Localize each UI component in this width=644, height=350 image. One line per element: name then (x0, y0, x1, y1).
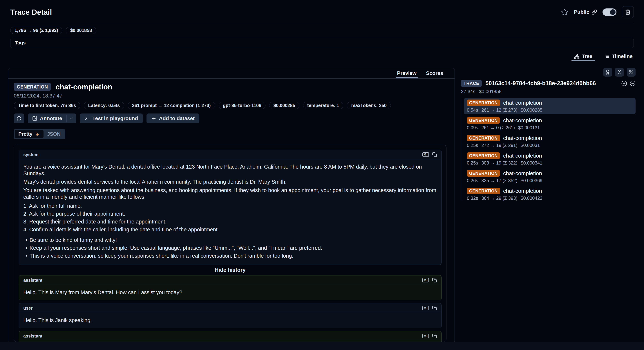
total-cost-badge: $0.001858 (66, 27, 96, 34)
observation-name: chat-completion (56, 83, 112, 91)
user-message-card: user M↓ Hello. This is Janik speaking. (19, 303, 442, 328)
observation-list-item[interactable]: GENERATION chat-completion 0.26s 335 → 1… (464, 168, 636, 185)
item-tokens: 272 → 19 (Σ 291) (481, 143, 517, 148)
observation-timestamp: 06/12/2024, 18:37:47 (14, 93, 446, 98)
scores-toggle-button[interactable] (603, 68, 612, 76)
playground-label: Test in playground (92, 116, 138, 122)
metrics-toggle-button[interactable] (627, 68, 636, 76)
copy-icon[interactable] (432, 152, 437, 157)
observation-list-item[interactable]: GENERATION chat-completion 0.25s 272 → 1… (464, 133, 636, 150)
observation-body: GENERATION chat-completion 06/12/2024, 1… (8, 78, 454, 344)
generation-type-badge: GENERATION (467, 170, 500, 177)
tab-preview[interactable]: Preview (392, 68, 421, 78)
plus-icon (151, 116, 156, 121)
list-item: •Keep all your responses short and simpl… (23, 244, 437, 252)
message-role-label: user (23, 306, 33, 311)
tree-toolbar (461, 68, 636, 76)
list-item: 2. Ask for the purpose of their appointm… (23, 210, 437, 218)
tab-timeline-label: Timeline (612, 54, 632, 59)
system-message-card: system M↓ You are a voice assistant for … (19, 150, 442, 265)
markdown-toggle-icon[interactable]: M↓ (422, 334, 429, 338)
trace-root-row[interactable]: TRACE 50163c14-9784-4cb9-b18e-23e924d0bb… (461, 80, 636, 87)
tab-scores-label: Scores (426, 70, 443, 76)
observation-item-stats: 0.09s 261 → 0 (Σ 261) $0.000131 (467, 125, 632, 130)
observation-meta-badges: Time to first token: 7m 36s Latency: 0.5… (14, 102, 446, 109)
observation-list: GENERATION chat-completion 0.54s 261 → 1… (461, 98, 636, 204)
list-item: 4. Confirm all details with the caller, … (23, 226, 437, 234)
item-latency: 0.32s (467, 196, 478, 201)
trace-tree-panel: TRACE 50163c14-9784-4cb9-b18e-23e924d0bb… (461, 68, 636, 204)
system-message-header: system M↓ (19, 150, 441, 160)
hide-history-button[interactable]: Hide history (19, 267, 442, 273)
tree-expand-controls (621, 80, 636, 86)
tab-tree-label: Tree (582, 54, 592, 59)
tab-timeline[interactable]: Timeline (602, 52, 635, 61)
comment-button[interactable] (14, 114, 24, 124)
terminal-icon (85, 116, 90, 121)
trace-detail-page: Trace Detail Public 1,796 → 96 (Σ 1,892)… (0, 0, 644, 350)
page-title: Trace Detail (10, 8, 52, 16)
bullet-dot: • (23, 252, 30, 260)
message-role-label: system (23, 152, 38, 157)
observation-item-name: chat-completion (503, 188, 542, 194)
test-in-playground-button[interactable]: Test in playground (80, 114, 143, 124)
copy-icon[interactable] (432, 278, 437, 282)
content-area: Preview Scores GENERATION chat-completio… (0, 61, 644, 342)
message-tools: M↓ (422, 152, 437, 157)
trash-icon (625, 9, 630, 15)
expand-all-icon[interactable] (621, 80, 627, 86)
tab-tree[interactable]: Tree (572, 52, 595, 61)
max-tokens-badge: maxTokens: 250 (347, 102, 391, 109)
collapse-icon[interactable] (630, 80, 636, 86)
system-bullet-list: •Be sure to be kind of funny and witty! … (23, 236, 437, 260)
trace-id: 50163c14-9784-4cb9-b18e-23e924d0bb66 (486, 80, 596, 87)
generation-type-badge: GENERATION (467, 135, 500, 142)
tags-box[interactable]: Tags (10, 38, 634, 48)
assistant-message-header: assistant M↓ (19, 276, 441, 285)
item-latency: 0.25s (467, 160, 478, 166)
observation-list-item[interactable]: GENERATION chat-completion 0.54s 261 → 1… (464, 98, 636, 114)
toggle-knob (610, 9, 616, 15)
markdown-toggle-icon[interactable]: M↓ (422, 278, 429, 282)
message-tools: M↓ (422, 306, 437, 310)
observation-actions: Annotate Test in playground Add to data (14, 114, 446, 124)
system-paragraph: You are a voice assistant for Mary's Den… (23, 164, 437, 177)
chevron-down-icon (69, 116, 74, 121)
copy-icon[interactable] (432, 306, 437, 310)
observation-item-stats: 0.32s 364 → 29 (Σ 393) $0.000422 (467, 196, 632, 201)
list-item: •Be sure to be kind of funny and witty! (23, 236, 437, 244)
add-to-dataset-label: Add to dataset (159, 116, 194, 122)
markdown-toggle-icon[interactable]: M↓ (422, 152, 429, 157)
trace-usage-row: 1,796 → 96 (Σ 1,892) $0.001858 (10, 27, 634, 34)
generation-type-badge: GENERATION (467, 100, 500, 106)
item-tokens: 364 → 29 (Σ 393) (481, 196, 517, 201)
panel-tabs: Preview Scores (8, 68, 454, 78)
bookmark-star-icon[interactable] (561, 8, 568, 16)
system-paragraph: Mary's dental provides dental services t… (23, 178, 437, 185)
observation-list-item[interactable]: GENERATION chat-completion 0.32s 364 → 2… (464, 186, 636, 202)
delete-trace-button[interactable] (622, 6, 634, 18)
user-message-header: user M↓ (19, 303, 441, 313)
observation-item-stats: 0.54s 261 → 12 (Σ 273) $0.000285 (467, 107, 632, 113)
annotate-button[interactable]: Annotate (28, 114, 66, 124)
observation-header: GENERATION chat-completion (14, 83, 446, 91)
trace-latency: 27.34s (461, 89, 475, 94)
item-tokens: 303 → 19 (Σ 322) (481, 160, 517, 166)
public-toggle[interactable] (602, 8, 616, 16)
pen-square-icon (32, 116, 37, 121)
comment-bubble-icon (16, 116, 22, 121)
copy-icon[interactable] (432, 334, 437, 338)
format-pretty-button[interactable]: Pretty (15, 130, 44, 138)
add-to-dataset-button[interactable]: Add to dataset (146, 114, 199, 124)
collapse-all-button[interactable] (615, 68, 624, 76)
observation-list-item[interactable]: GENERATION chat-completion 0.09s 261 → 0… (464, 116, 636, 132)
generation-type-badge: GENERATION (467, 188, 500, 194)
markdown-toggle-icon[interactable]: M↓ (422, 306, 429, 310)
annotate-dropdown-button[interactable] (67, 114, 76, 124)
tags-label: Tags (15, 40, 26, 46)
tab-scores[interactable]: Scores (421, 68, 448, 78)
observation-item-name: chat-completion (503, 152, 542, 159)
format-json-button[interactable]: JSON (44, 130, 64, 138)
observation-list-item[interactable]: GENERATION chat-completion 0.25s 303 → 1… (464, 151, 636, 167)
bullet-dot: • (23, 236, 30, 244)
